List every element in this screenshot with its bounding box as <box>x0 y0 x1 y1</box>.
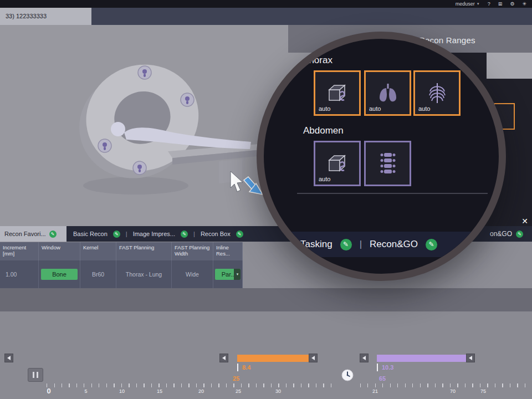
edit-pencil-icon: ✎ <box>49 231 57 238</box>
triangle-left-icon <box>362 356 366 360</box>
thumbnail-label: auto <box>319 176 330 182</box>
recon-thumbnail-thorax-abdomen[interactable]: auto <box>314 70 361 116</box>
recon-thumbnail-lungs[interactable]: auto <box>364 70 411 116</box>
gantry-marker[interactable] <box>133 161 146 175</box>
ruler-label: 15 <box>157 388 162 394</box>
thumbnail-label: auto <box>369 105 381 112</box>
column-header-kernel: Kernel <box>80 242 116 260</box>
tab-separator: | <box>193 231 195 237</box>
edit-pencil-icon: ✎ <box>181 231 188 238</box>
recon-thumbnail-abdomen[interactable]: auto <box>314 141 361 186</box>
orange-range-length: 8.4 <box>242 364 250 371</box>
purple-range-left-handle[interactable] <box>360 354 369 362</box>
ribcage-icon <box>425 81 449 105</box>
orange-range-right-handle[interactable] <box>309 354 318 362</box>
tab-tasking[interactable]: Tasking <box>300 239 332 250</box>
purple-range-tick <box>377 364 378 371</box>
ruler-label: 5 <box>84 388 87 394</box>
edit-pencil-icon: ✎ <box>113 231 120 238</box>
orange-range-tick <box>237 364 238 371</box>
edit-pencil-icon: ✎ <box>426 239 437 250</box>
inline-res-cell[interactable]: Par.. ▾ <box>213 260 243 288</box>
tab-recon-go-partial[interactable]: on&GO ✎ <box>490 226 523 242</box>
edit-pencil-icon: ✎ <box>236 231 243 238</box>
triangle-left-icon <box>222 356 226 360</box>
user-name: meduser <box>456 0 475 8</box>
tab-image-impression[interactable]: Image Impres... <box>133 231 175 237</box>
increment-value[interactable]: 1.00 <box>0 260 39 288</box>
gantry-marker[interactable] <box>98 139 111 152</box>
timeline-left-handle[interactable] <box>4 354 13 362</box>
triangle-left-icon <box>469 356 472 360</box>
edit-pencil-icon: ✎ <box>516 231 523 238</box>
orange-range-bar[interactable] <box>237 355 309 362</box>
recon-thumbnail-ribcage[interactable]: auto <box>413 70 461 116</box>
cube-organ-icon <box>325 81 350 105</box>
ruler-label: 25 <box>236 388 241 394</box>
tab-basic-recon[interactable]: Basic Recon <box>73 231 108 237</box>
section-title-thorax: Thorax <box>303 55 332 66</box>
tab-separator: | <box>126 231 127 237</box>
lungs-icon <box>376 82 400 104</box>
column-header-fast-planning: FAST Planning <box>116 242 172 260</box>
spine-icon <box>377 151 399 176</box>
gantry-marker[interactable] <box>181 93 194 106</box>
top-bar: meduser ▼ ? ⊞ ⚙ ✳ <box>0 0 532 8</box>
purple-range-length: 10.3 <box>382 364 393 371</box>
triangle-left-icon <box>7 356 11 360</box>
triangle-left-icon <box>311 356 315 360</box>
kernel-value[interactable]: Br60 <box>80 260 116 288</box>
fast-planning-value[interactable]: Thorax - Lung <box>116 260 172 288</box>
edit-pencil-icon: ✎ <box>340 239 352 250</box>
magnified-tab-strip: Tasking ✎ | Recon&GO ✎ <box>264 232 499 257</box>
magnifier-lens: Thorax auto auto <box>257 32 506 281</box>
column-header-window: Window <box>39 242 80 260</box>
inline-res-chip: Par.. ▾ <box>215 269 241 280</box>
panel-light-region <box>487 53 532 79</box>
chip-label: Par.. <box>222 271 234 278</box>
ruler-label: 75 <box>480 388 486 394</box>
tab-recon-box[interactable]: Recon Box <box>201 231 231 237</box>
settings-gear-icon[interactable]: ⚙ <box>510 0 514 8</box>
pause-icon <box>33 372 34 378</box>
thumbnail-label: auto <box>418 105 430 112</box>
patient-tab[interactable]: 33) 122333333 <box>0 8 91 25</box>
ruler-label: 21 <box>372 388 378 394</box>
orange-range-position: 25 <box>233 375 239 382</box>
purple-range-position: 65 <box>379 375 386 382</box>
recon-table-header: Increment [mm] Window Kernel FAST Planni… <box>0 242 243 260</box>
orange-range-left-handle[interactable] <box>219 354 228 362</box>
column-header-inline-res: Inline Res... <box>213 242 243 260</box>
panel-divider <box>297 193 488 194</box>
recon-thumbnail-spine[interactable] <box>364 141 411 186</box>
help-icon[interactable]: ? <box>488 0 490 8</box>
user-menu[interactable]: meduser ▼ <box>456 0 480 8</box>
fast-planning-width-value[interactable]: Wide <box>172 260 213 288</box>
close-icon[interactable]: ✕ <box>520 216 530 226</box>
window-layout-icon[interactable]: ⊞ <box>498 0 503 8</box>
tab-recon-favorites[interactable]: Recon Favori... ✎ <box>0 226 66 242</box>
ruler-left <box>47 383 337 387</box>
mid-strip <box>0 288 532 311</box>
window-chip: Bone <box>41 269 78 280</box>
thumbnail-label: auto <box>319 105 330 112</box>
ruler-label: 20 <box>198 388 204 394</box>
gantry-marker[interactable] <box>138 66 151 79</box>
ruler-label: 30 <box>275 388 281 394</box>
window-cell[interactable]: Bone <box>39 260 80 288</box>
purple-range-right-handle[interactable] <box>466 354 475 362</box>
pause-button[interactable] <box>28 368 43 382</box>
apps-icon[interactable]: ✳ <box>522 0 526 8</box>
tab-separator: | <box>360 239 362 250</box>
recon-table-row: 1.00 Bone Br60 Thorax - Lung Wide Par.. … <box>0 260 243 288</box>
tab-recon-go[interactable]: Recon&GO <box>370 239 418 250</box>
purple-range-bar[interactable] <box>377 355 467 362</box>
patient-tab-strip: 33) 122333333 <box>0 8 532 25</box>
chevron-down-icon: ▼ <box>477 0 480 8</box>
column-header-increment: Increment [mm] <box>0 242 39 260</box>
clock-icon[interactable] <box>341 369 354 382</box>
ruler-label: 70 <box>450 388 456 394</box>
tab-group: Basic Recon ✎ | Image Impres... ✎ | Reco… <box>73 226 243 242</box>
ruler-label: 0 <box>47 387 50 395</box>
patient-id-label: 33) 122333333 <box>6 13 47 19</box>
